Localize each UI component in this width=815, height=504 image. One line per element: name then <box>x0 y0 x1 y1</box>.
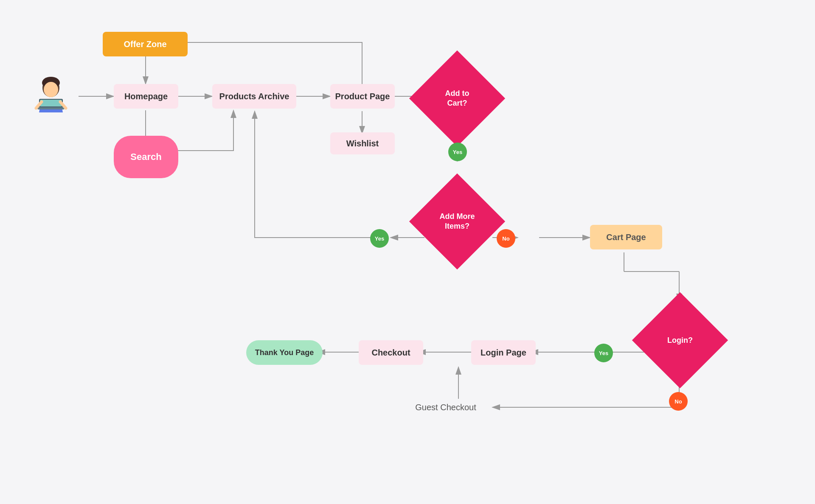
yes-badge-add-to-cart: Yes <box>448 143 467 161</box>
wishlist-node: Wishlist <box>330 132 395 154</box>
user-icon <box>25 70 76 121</box>
product-page-node: Product Page <box>330 84 395 109</box>
no-badge-add-more: No <box>497 229 515 248</box>
svg-point-24 <box>44 82 58 97</box>
login-page-node: Login Page <box>471 340 536 365</box>
yes-badge-login: Yes <box>594 344 613 362</box>
login-diamond: Login? <box>641 301 719 379</box>
products-archive-node: Products Archive <box>212 84 296 109</box>
svg-rect-27 <box>40 100 62 106</box>
checkout-node: Checkout <box>359 340 423 365</box>
thank-you-node: Thank You Page <box>246 340 323 365</box>
offer-zone-node: Offer Zone <box>103 32 188 56</box>
yes-badge-add-more: Yes <box>370 229 389 248</box>
cart-page-node: Cart Page <box>590 225 662 249</box>
guest-checkout-label: Guest Checkout <box>408 399 484 416</box>
no-badge-login: No <box>669 392 688 411</box>
add-to-cart-diamond: Add toCart? <box>418 59 496 137</box>
homepage-node: Homepage <box>114 84 178 109</box>
search-node: Search <box>114 136 178 178</box>
add-more-items-diamond: Add MoreItems? <box>418 182 496 260</box>
